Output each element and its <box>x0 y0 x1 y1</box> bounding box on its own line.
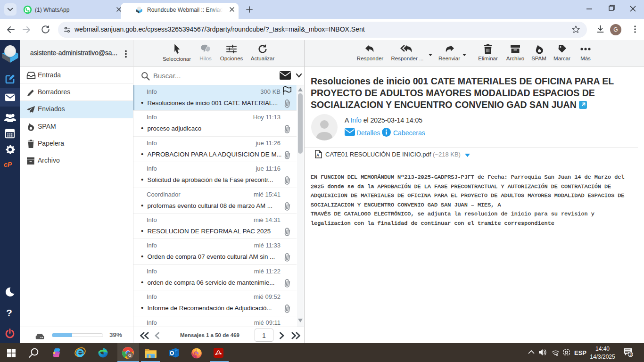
svg-text:A: A <box>316 153 319 157</box>
svg-text:3: 3 <box>629 352 632 357</box>
